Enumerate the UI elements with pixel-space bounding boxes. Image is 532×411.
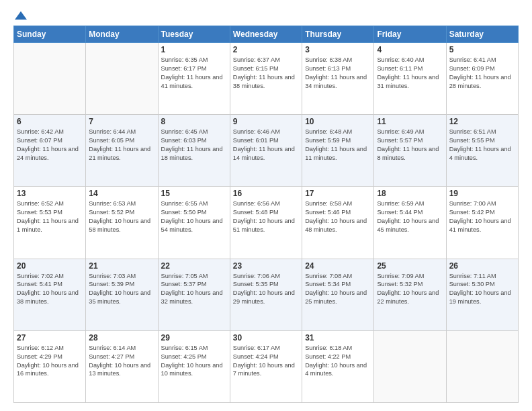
calendar-cell [14,43,86,115]
day-number: 11 [377,117,443,126]
day-info: Sunrise: 6:41 AM Sunset: 6:09 PM Dayligh… [449,56,515,91]
calendar-cell: 5Sunrise: 6:41 AM Sunset: 6:09 PM Daylig… [446,43,518,115]
day-info: Sunrise: 6:59 AM Sunset: 5:44 PM Dayligh… [377,199,443,234]
day-info: Sunrise: 6:49 AM Sunset: 5:57 PM Dayligh… [377,128,443,163]
day-info: Sunrise: 6:40 AM Sunset: 6:11 PM Dayligh… [377,56,443,91]
calendar-cell: 29Sunrise: 6:15 AM Sunset: 4:25 PM Dayli… [158,330,230,402]
calendar-cell: 10Sunrise: 6:48 AM Sunset: 5:59 PM Dayli… [302,115,374,187]
day-number: 28 [89,333,154,342]
weekday-header-wednesday: Wednesday [230,26,302,43]
calendar-cell: 9Sunrise: 6:46 AM Sunset: 6:01 PM Daylig… [230,115,302,187]
calendar-cell: 1Sunrise: 6:35 AM Sunset: 6:17 PM Daylig… [158,43,230,115]
day-number: 31 [305,333,371,342]
calendar-cell: 11Sunrise: 6:49 AM Sunset: 5:57 PM Dayli… [374,115,446,187]
day-number: 14 [89,189,154,198]
day-number: 15 [161,189,227,198]
weekday-header-friday: Friday [374,26,446,43]
day-number: 18 [377,189,443,198]
day-info: Sunrise: 6:15 AM Sunset: 4:25 PM Dayligh… [161,344,227,379]
day-info: Sunrise: 6:42 AM Sunset: 6:07 PM Dayligh… [17,128,83,163]
svg-marker-0 [15,11,27,20]
day-number: 17 [305,189,371,198]
day-number: 16 [233,189,299,198]
day-number: 10 [305,117,371,126]
day-number: 6 [17,117,83,126]
weekday-header-sunday: Sunday [14,26,86,43]
calendar-cell: 28Sunrise: 6:14 AM Sunset: 4:27 PM Dayli… [86,330,158,402]
weekday-header-thursday: Thursday [302,26,374,43]
day-info: Sunrise: 6:38 AM Sunset: 6:13 PM Dayligh… [305,56,371,91]
day-number: 29 [161,333,227,342]
weekday-header-tuesday: Tuesday [158,26,230,43]
weekday-header-row: SundayMondayTuesdayWednesdayThursdayFrid… [14,26,519,43]
calendar-cell: 19Sunrise: 7:00 AM Sunset: 5:42 PM Dayli… [446,187,518,259]
calendar-cell [374,330,446,402]
calendar-week-3: 13Sunrise: 6:52 AM Sunset: 5:53 PM Dayli… [14,187,519,259]
day-info: Sunrise: 6:14 AM Sunset: 4:27 PM Dayligh… [89,344,154,379]
logo-arrow-icon [15,11,27,20]
day-number: 2 [233,45,299,54]
day-number: 22 [161,261,227,271]
calendar-cell: 13Sunrise: 6:52 AM Sunset: 5:53 PM Dayli… [14,187,86,259]
day-info: Sunrise: 6:12 AM Sunset: 4:29 PM Dayligh… [17,344,83,379]
day-number: 30 [233,333,299,342]
calendar-cell: 14Sunrise: 6:53 AM Sunset: 5:52 PM Dayli… [86,187,158,259]
day-number: 12 [449,117,515,126]
calendar-cell: 12Sunrise: 6:51 AM Sunset: 5:55 PM Dayli… [446,115,518,187]
day-info: Sunrise: 6:45 AM Sunset: 6:03 PM Dayligh… [161,128,227,163]
calendar-cell: 20Sunrise: 7:02 AM Sunset: 5:41 PM Dayli… [14,259,86,330]
calendar-cell: 6Sunrise: 6:42 AM Sunset: 6:07 PM Daylig… [14,115,86,187]
day-info: Sunrise: 6:44 AM Sunset: 6:05 PM Dayligh… [89,128,154,163]
day-info: Sunrise: 6:48 AM Sunset: 5:59 PM Dayligh… [305,128,371,163]
calendar-cell [446,330,518,402]
day-number: 23 [233,261,299,271]
day-number: 24 [305,261,371,271]
calendar-week-1: 1Sunrise: 6:35 AM Sunset: 6:17 PM Daylig… [14,43,519,115]
day-number: 9 [233,117,299,126]
day-info: Sunrise: 6:55 AM Sunset: 5:50 PM Dayligh… [161,199,227,234]
day-number: 25 [377,261,443,271]
day-number: 3 [305,45,371,54]
calendar-cell: 27Sunrise: 6:12 AM Sunset: 4:29 PM Dayli… [14,330,86,402]
calendar-cell: 30Sunrise: 6:17 AM Sunset: 4:24 PM Dayli… [230,330,302,402]
calendar-cell: 16Sunrise: 6:56 AM Sunset: 5:48 PM Dayli… [230,187,302,259]
day-info: Sunrise: 6:17 AM Sunset: 4:24 PM Dayligh… [233,344,299,379]
day-info: Sunrise: 7:06 AM Sunset: 5:35 PM Dayligh… [233,272,299,307]
day-info: Sunrise: 7:02 AM Sunset: 5:41 PM Dayligh… [17,272,83,307]
calendar-cell: 24Sunrise: 7:08 AM Sunset: 5:34 PM Dayli… [302,259,374,330]
calendar-cell: 25Sunrise: 7:09 AM Sunset: 5:32 PM Dayli… [374,259,446,330]
calendar-table: SundayMondayTuesdayWednesdayThursdayFrid… [13,26,519,403]
calendar-cell: 26Sunrise: 7:11 AM Sunset: 5:30 PM Dayli… [446,259,518,330]
day-number: 26 [449,261,515,271]
day-info: Sunrise: 7:00 AM Sunset: 5:42 PM Dayligh… [449,199,515,234]
day-info: Sunrise: 7:09 AM Sunset: 5:32 PM Dayligh… [377,272,443,307]
day-number: 5 [449,45,515,54]
calendar-cell: 15Sunrise: 6:55 AM Sunset: 5:50 PM Dayli… [158,187,230,259]
day-info: Sunrise: 6:51 AM Sunset: 5:55 PM Dayligh… [449,128,515,163]
calendar-cell: 23Sunrise: 7:06 AM Sunset: 5:35 PM Dayli… [230,259,302,330]
day-info: Sunrise: 6:52 AM Sunset: 5:53 PM Dayligh… [17,199,83,234]
day-info: Sunrise: 6:18 AM Sunset: 4:22 PM Dayligh… [305,344,371,379]
calendar-week-5: 27Sunrise: 6:12 AM Sunset: 4:29 PM Dayli… [14,330,519,402]
calendar-cell [86,43,158,115]
day-number: 19 [449,189,515,198]
day-info: Sunrise: 7:05 AM Sunset: 5:37 PM Dayligh… [161,272,227,307]
calendar-cell: 7Sunrise: 6:44 AM Sunset: 6:05 PM Daylig… [86,115,158,187]
day-info: Sunrise: 6:53 AM Sunset: 5:52 PM Dayligh… [89,199,154,234]
day-info: Sunrise: 6:46 AM Sunset: 6:01 PM Dayligh… [233,128,299,163]
calendar-cell: 21Sunrise: 7:03 AM Sunset: 5:39 PM Dayli… [86,259,158,330]
day-info: Sunrise: 6:35 AM Sunset: 6:17 PM Dayligh… [161,56,227,91]
day-number: 1 [161,45,227,54]
day-number: 13 [17,189,83,198]
day-info: Sunrise: 7:03 AM Sunset: 5:39 PM Dayligh… [89,272,154,307]
logo [13,11,27,20]
day-number: 21 [89,261,154,271]
day-number: 27 [17,333,83,342]
calendar-cell: 31Sunrise: 6:18 AM Sunset: 4:22 PM Dayli… [302,330,374,402]
calendar-cell: 2Sunrise: 6:37 AM Sunset: 6:15 PM Daylig… [230,43,302,115]
day-info: Sunrise: 7:08 AM Sunset: 5:34 PM Dayligh… [305,272,371,307]
calendar-cell: 4Sunrise: 6:40 AM Sunset: 6:11 PM Daylig… [374,43,446,115]
calendar-week-4: 20Sunrise: 7:02 AM Sunset: 5:41 PM Dayli… [14,259,519,330]
calendar-cell: 8Sunrise: 6:45 AM Sunset: 6:03 PM Daylig… [158,115,230,187]
day-number: 20 [17,261,83,271]
